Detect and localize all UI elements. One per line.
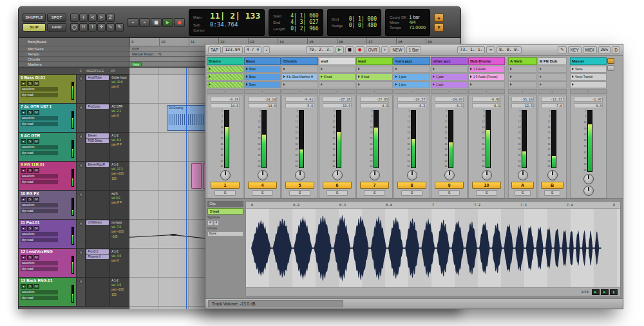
track-volume-value[interactable]: -4.3 bbox=[360, 103, 390, 108]
mute-button[interactable]: M bbox=[33, 255, 39, 260]
pan-knob[interactable] bbox=[220, 170, 231, 180]
arrow-down-button[interactable]: ▼ bbox=[434, 23, 444, 32]
solo-button[interactable]: S bbox=[27, 226, 33, 231]
clip-stop-button[interactable]: ▪ bbox=[508, 89, 537, 94]
sub-counter-value[interactable]: 0:34.764 bbox=[210, 21, 238, 28]
mute-button[interactable]: M bbox=[33, 110, 39, 115]
audio-region[interactable] bbox=[191, 163, 202, 189]
ruler-label-3[interactable]: Chords bbox=[19, 57, 129, 62]
zoom-button-2[interactable]: < bbox=[88, 14, 97, 22]
clip-slot[interactable]: 8 lead bbox=[319, 73, 355, 81]
automation-mode-selector[interactable]: dyn read bbox=[21, 267, 58, 271]
play-button[interactable]: ▶ bbox=[162, 18, 173, 27]
io-path[interactable]: A 1-2 bbox=[111, 133, 128, 138]
solo-button[interactable]: S bbox=[27, 168, 33, 173]
arrow-up-button[interactable]: ▲ bbox=[434, 14, 444, 22]
solo-button[interactable]: S bbox=[401, 190, 422, 196]
clip-slot[interactable] bbox=[281, 66, 318, 73]
clip-stop-button[interactable]: ▪ bbox=[431, 89, 468, 94]
record-enable-button[interactable]: ● bbox=[21, 197, 26, 202]
zoom-button-1[interactable]: + bbox=[79, 14, 88, 22]
overdub-button[interactable]: OVR bbox=[366, 46, 380, 54]
solo-button[interactable]: S bbox=[439, 190, 460, 196]
zoom-button-0[interactable]: - bbox=[70, 14, 79, 22]
volume-value[interactable]: vol -2.1 bbox=[111, 109, 128, 113]
clip-stop-button[interactable]: ▪ bbox=[538, 89, 567, 94]
groove-chooser[interactable]: None bbox=[207, 231, 243, 236]
clip-slot[interactable] bbox=[508, 81, 537, 88]
volume-value[interactable]: vol -1.5 bbox=[111, 283, 128, 287]
pan-knob[interactable] bbox=[518, 170, 528, 180]
record-enable-button[interactable]: ● bbox=[21, 284, 26, 289]
solo-button[interactable]: S bbox=[27, 197, 33, 202]
track-volume-value[interactable]: -12.3 bbox=[511, 103, 534, 108]
clip-slot[interactable]: 8 lead bbox=[356, 73, 393, 81]
io-path[interactable]: no input bbox=[111, 220, 128, 225]
track-header[interactable]: 13 Back ENG.01●SMwaveformdyn read bbox=[19, 278, 76, 306]
beat-time-ruler[interactable]: 66.26.36.477.27.37.48 bbox=[246, 202, 620, 209]
track-activator[interactable]: 10 bbox=[472, 182, 502, 189]
go-to-end-button[interactable]: » bbox=[139, 18, 150, 27]
track-title[interactable]: Dub Drums bbox=[468, 57, 505, 65]
clip-stop-button[interactable]: ▪ bbox=[393, 89, 430, 94]
mute-button[interactable]: M bbox=[33, 284, 39, 289]
automation-mode-selector[interactable]: dyn read bbox=[21, 93, 58, 97]
io-path[interactable]: A 1-2 bbox=[111, 249, 128, 254]
countoff-value[interactable]: 1 bar bbox=[410, 15, 426, 19]
tempo-field[interactable]: 123.94 bbox=[222, 46, 242, 54]
track-volume-value[interactable]: -6.2 bbox=[397, 103, 427, 108]
key-map-button[interactable]: KEY bbox=[568, 46, 582, 54]
solo-button[interactable]: S bbox=[544, 190, 560, 196]
pan-value[interactable]: pan +100 100 bbox=[111, 287, 128, 296]
nudge-value[interactable]: 0| 0| 480 bbox=[349, 23, 377, 28]
zoom-button-4[interactable]: Z bbox=[106, 14, 115, 22]
scrubber-tool-icon[interactable]: ∿ bbox=[106, 23, 115, 32]
mute-button[interactable]: M bbox=[33, 197, 39, 202]
meter-value[interactable]: 4/4 bbox=[410, 20, 426, 24]
clip-slot[interactable] bbox=[319, 66, 355, 73]
record-enable-button[interactable]: ● bbox=[21, 255, 26, 260]
track-activator[interactable]: 6 bbox=[323, 182, 352, 189]
clip-stop-button[interactable]: ▪ bbox=[319, 89, 355, 94]
ruler-label-0[interactable]: Bars|Beats bbox=[19, 38, 129, 46]
automation-mode-selector[interactable]: dyn read bbox=[21, 151, 58, 155]
ruler-label-1[interactable]: Min:Secs bbox=[19, 46, 129, 52]
time-signature-field[interactable]: 4 / 4 bbox=[244, 46, 262, 54]
track-view-selector[interactable]: waveform bbox=[21, 174, 58, 178]
track-view-selector[interactable]: waveform bbox=[21, 290, 58, 294]
cue-volume-knob[interactable] bbox=[583, 186, 594, 196]
track-volume-value[interactable]: -14.6 bbox=[211, 103, 240, 108]
clip-slot[interactable]: Bass bbox=[244, 66, 281, 73]
track-header[interactable]: 8 AC GTR●SMwaveformdyn read bbox=[19, 133, 76, 161]
main-counter-value[interactable]: 11| 2| 133 bbox=[210, 12, 260, 21]
solo-button[interactable]: S bbox=[27, 284, 33, 289]
track-view-selector[interactable]: waveform bbox=[21, 232, 58, 236]
solo-button[interactable]: S bbox=[27, 255, 33, 260]
clip-slot[interactable] bbox=[319, 81, 355, 88]
automation-mode-selector[interactable]: dyn read bbox=[21, 209, 58, 213]
track-volume-value[interactable]: -5.6 bbox=[285, 103, 315, 108]
arrangement-view-toggle-icon[interactable] bbox=[607, 65, 614, 71]
clip-stop-button[interactable]: ▪ bbox=[244, 89, 281, 94]
solo-button[interactable]: S bbox=[364, 190, 385, 196]
track-title[interactable]: other jazz bbox=[431, 57, 468, 65]
pan-knob[interactable] bbox=[258, 170, 268, 180]
pan-value[interactable]: pan P P bbox=[111, 200, 128, 205]
pencil-tool-icon[interactable]: ✎ bbox=[115, 23, 124, 32]
track-header[interactable]: 11 Pad.01●SMwaveformdyn read bbox=[19, 220, 76, 248]
waveform-display[interactable] bbox=[246, 209, 620, 287]
draw-mode-icon[interactable]: ✎ bbox=[558, 46, 566, 54]
volume-value[interactable]: vol -6.4 bbox=[111, 138, 128, 142]
track-activator[interactable]: B bbox=[541, 182, 564, 189]
clip-slot[interactable]: 1 9-Audio (Freeze) bbox=[468, 73, 505, 81]
automation-mode-selector[interactable]: dyn read bbox=[21, 180, 58, 184]
clip-slot[interactable]: Bass bbox=[244, 73, 281, 81]
clip-slot[interactable] bbox=[431, 66, 468, 73]
play-button[interactable]: ▶ bbox=[336, 46, 344, 54]
volume-value[interactable]: vol 0.0 bbox=[111, 196, 128, 200]
trim-tool-icon[interactable]: ⊓ bbox=[79, 23, 88, 32]
track-title[interactable]: B FB Dub bbox=[538, 57, 567, 65]
mute-button[interactable]: M bbox=[33, 168, 39, 173]
arrangement-position-field[interactable]: 79. 2. 3. bbox=[306, 46, 334, 54]
track-title[interactable]: horn jazz bbox=[393, 57, 430, 65]
